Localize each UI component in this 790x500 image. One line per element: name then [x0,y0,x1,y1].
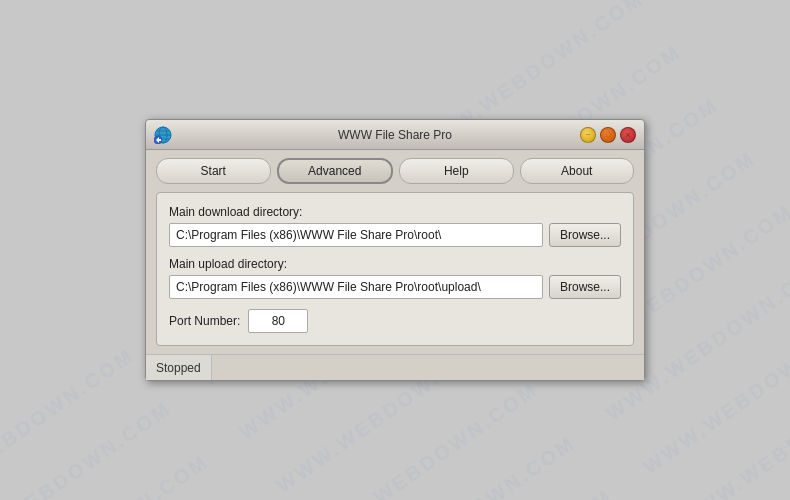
download-dir-input[interactable] [169,223,543,247]
title-bar-left [154,126,172,144]
content-area: Main download directory: Browse... Main … [156,192,634,346]
globe-icon [154,126,172,144]
download-dir-row: Browse... [169,223,621,247]
start-button[interactable]: Start [156,158,271,184]
upload-browse-button[interactable]: Browse... [549,275,621,299]
download-dir-label: Main download directory: [169,205,621,219]
help-button[interactable]: Help [399,158,514,184]
main-window: WWW File Share Pro − □ × Start Advanced … [145,119,645,381]
close-icon: × [625,130,630,140]
upload-dir-input[interactable] [169,275,543,299]
advanced-button[interactable]: Advanced [277,158,394,184]
title-bar: WWW File Share Pro − □ × [146,120,644,150]
maximize-button[interactable]: □ [600,127,616,143]
status-fill [212,355,644,380]
status-bar: Stopped [146,354,644,380]
maximize-icon: □ [606,131,610,138]
minimize-button[interactable]: − [580,127,596,143]
upload-dir-row: Browse... [169,275,621,299]
toolbar: Start Advanced Help About [146,150,644,192]
upload-dir-label: Main upload directory: [169,257,621,271]
status-text: Stopped [146,355,212,380]
close-button[interactable]: × [620,127,636,143]
port-row: Port Number: [169,309,621,333]
port-label: Port Number: [169,314,240,328]
download-browse-button[interactable]: Browse... [549,223,621,247]
window-controls: − □ × [580,127,636,143]
window-title: WWW File Share Pro [338,128,452,142]
port-input[interactable] [248,309,308,333]
minimize-icon: − [586,130,591,139]
upload-dir-group: Main upload directory: Browse... [169,257,621,299]
about-button[interactable]: About [520,158,635,184]
download-dir-group: Main download directory: Browse... [169,205,621,247]
